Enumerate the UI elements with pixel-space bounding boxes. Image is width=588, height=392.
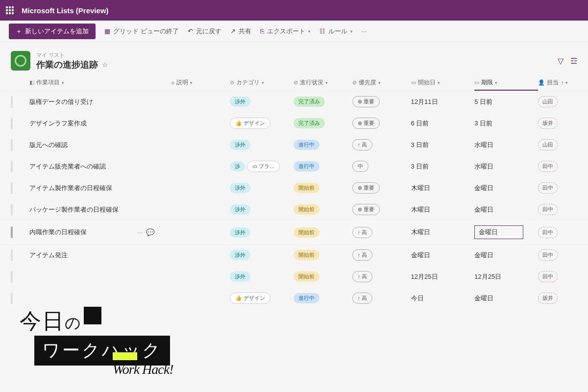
start-cell[interactable]: 金曜日: [411, 251, 475, 260]
export-menu[interactable]: ⎘エクスポート ▾: [260, 27, 311, 36]
start-cell[interactable]: 12月11日: [411, 98, 475, 106]
app-launcher-icon[interactable]: [6, 6, 14, 14]
exit-grid-button[interactable]: ▦グリッド ビューの終了: [104, 27, 179, 36]
assignee-badge[interactable]: 坂井: [538, 293, 558, 304]
start-cell[interactable]: 木曜日: [411, 205, 475, 214]
table-row[interactable]: アイテム販売業者への確認 渉 ▭ プラ... 進行中 中 3 日前 水曜日 田中: [0, 156, 588, 177]
item-cell[interactable]: アイテム発注: [29, 251, 171, 260]
share-button[interactable]: ↗共有: [230, 27, 251, 36]
item-cell[interactable]: 版元への確認: [29, 141, 171, 149]
row-comment-icon[interactable]: 💬: [146, 228, 154, 236]
new-item-button[interactable]: ＋ 新しいアイテムを追加: [9, 24, 96, 39]
table-row[interactable]: 版元への確認 渉外 進行中 ↑ 高 3 日前 水曜日 山田: [0, 134, 588, 156]
status-pill[interactable]: 開始前: [294, 271, 319, 282]
assignee-badge[interactable]: 田中: [538, 182, 558, 194]
priority-badge[interactable]: ⊗ 重要: [352, 182, 380, 194]
status-pill[interactable]: 完了済み: [294, 118, 325, 128]
start-cell[interactable]: 木曜日: [411, 184, 475, 193]
start-cell[interactable]: 木曜日: [411, 228, 475, 237]
category-pill[interactable]: 渉外: [230, 97, 250, 107]
due-cell[interactable]: 金曜日: [474, 205, 493, 214]
start-cell[interactable]: 3 日前: [411, 162, 475, 171]
item-cell[interactable]: パッケージ製作業者の日程確保: [29, 205, 171, 214]
col-header-status[interactable]: ⊘進行状況 ▾: [294, 78, 352, 87]
category-pill[interactable]: 渉外: [230, 250, 250, 260]
table-row[interactable]: 渉外 開始前 ↑ 高 12月25日 12月25日 田中: [0, 266, 588, 288]
category-pill[interactable]: 渉外: [230, 271, 250, 282]
col-header-desc[interactable]: ≡説明 ▾: [171, 78, 230, 87]
assignee-badge[interactable]: 坂井: [538, 118, 558, 129]
category-pill[interactable]: 渉外: [230, 140, 250, 150]
assignee-badge[interactable]: 田中: [538, 204, 558, 215]
row-more-icon[interactable]: ···: [137, 228, 143, 236]
start-cell[interactable]: 12月25日: [411, 272, 475, 281]
row-handle[interactable]: [11, 182, 13, 194]
priority-badge[interactable]: ↑ 高: [352, 139, 373, 150]
due-cell[interactable]: 金曜日: [474, 251, 493, 260]
priority-badge[interactable]: ⊗ 重要: [352, 204, 380, 215]
item-cell[interactable]: 版権データの借り受け: [29, 98, 171, 106]
assignee-badge[interactable]: 田中: [538, 227, 558, 238]
row-handle[interactable]: [11, 204, 13, 216]
row-handle[interactable]: [11, 161, 13, 172]
category-pill[interactable]: 渉外: [230, 183, 250, 193]
view-options-icon[interactable]: ☲: [570, 56, 577, 66]
row-handle[interactable]: [11, 139, 13, 151]
due-cell[interactable]: 水曜日: [474, 162, 493, 171]
status-pill[interactable]: 進行中: [294, 140, 319, 150]
rules-menu[interactable]: ☷ルール ▾: [319, 27, 353, 36]
assignee-badge[interactable]: 田中: [538, 271, 558, 282]
row-handle[interactable]: [11, 96, 13, 108]
item-cell[interactable]: アイテム販売業者への確認: [29, 162, 171, 171]
table-row[interactable]: アイテム製作業者の日程確保 渉外 開始前 ⊗ 重要 木曜日 金曜日 田中: [0, 177, 588, 199]
priority-badge[interactable]: ↑ 高: [352, 227, 373, 238]
priority-badge[interactable]: ⊗ 重要: [352, 118, 380, 129]
favorite-star-icon[interactable]: ☆: [102, 61, 108, 69]
row-handle[interactable]: [11, 271, 13, 283]
row-handle[interactable]: [11, 226, 13, 238]
assignee-badge[interactable]: 山田: [538, 139, 558, 150]
due-cell[interactable]: 金曜日: [474, 184, 493, 193]
start-cell[interactable]: 6 日前: [411, 119, 475, 128]
row-handle[interactable]: [11, 249, 13, 261]
due-cell[interactable]: 3 日前: [474, 119, 492, 128]
assignee-badge[interactable]: 山田: [538, 96, 558, 107]
category-pill[interactable]: 👍 デザイン: [230, 118, 270, 129]
assignee-badge[interactable]: 田中: [538, 161, 558, 172]
status-pill[interactable]: 開始前: [294, 204, 319, 215]
category-pill[interactable]: 渉外: [230, 227, 250, 238]
col-header-start[interactable]: ▭開始日 ▾: [411, 78, 475, 87]
status-pill[interactable]: 完了済み: [294, 97, 325, 107]
table-row[interactable]: アイテム発注 渉外 開始前 ↑ 高 金曜日 金曜日 田中: [0, 245, 588, 266]
breadcrumb[interactable]: マイ リスト: [36, 51, 108, 59]
status-pill[interactable]: 開始前: [294, 250, 319, 260]
due-cell[interactable]: 水曜日: [474, 141, 493, 149]
due-cell[interactable]: 金曜日: [474, 294, 493, 303]
start-cell[interactable]: 今日: [411, 294, 475, 303]
due-cell[interactable]: 5 日前: [474, 98, 492, 106]
priority-badge[interactable]: ↑ 高: [352, 271, 373, 282]
category-pill[interactable]: ▭ プラ...: [247, 161, 279, 172]
col-header-due[interactable]: ▭期限 ▾: [474, 78, 538, 91]
priority-badge[interactable]: 中: [352, 161, 368, 172]
table-row[interactable]: ···💬 内職作業の日程確保 渉外 開始前 ↑ 高 木曜日 金曜日 田中: [0, 220, 588, 245]
assignee-badge[interactable]: 田中: [538, 249, 558, 261]
category-pill[interactable]: 👍 デザイン: [230, 293, 270, 304]
category-pill[interactable]: 渉: [230, 161, 245, 172]
table-row[interactable]: 版権データの借り受け 渉外 完了済み ⊗ 重要 12月11日 5 日前 山田: [0, 91, 588, 113]
start-cell[interactable]: 3 日前: [411, 141, 475, 149]
undo-button[interactable]: ↶元に戻す: [188, 27, 221, 36]
status-pill[interactable]: 開始前: [294, 227, 319, 238]
priority-badge[interactable]: ↑ 高: [352, 293, 373, 304]
col-header-priority[interactable]: ⊘優先度 ▾: [352, 78, 411, 87]
status-pill[interactable]: 進行中: [294, 293, 319, 303]
item-cell[interactable]: アイテム製作業者の日程確保: [29, 184, 171, 193]
add-row-button[interactable]: ＋: [0, 309, 588, 329]
priority-badge[interactable]: ⊗ 重要: [352, 96, 380, 107]
due-cell-editing[interactable]: 金曜日: [474, 225, 523, 239]
table-row[interactable]: パッケージ製作業者の日程確保 渉外 開始前 ⊗ 重要 木曜日 金曜日 田中: [0, 199, 588, 220]
row-handle[interactable]: [11, 293, 13, 304]
item-cell[interactable]: デザインラフ案作成: [29, 119, 171, 128]
filter-icon[interactable]: ▽: [558, 56, 564, 66]
status-pill[interactable]: 進行中: [294, 161, 319, 172]
